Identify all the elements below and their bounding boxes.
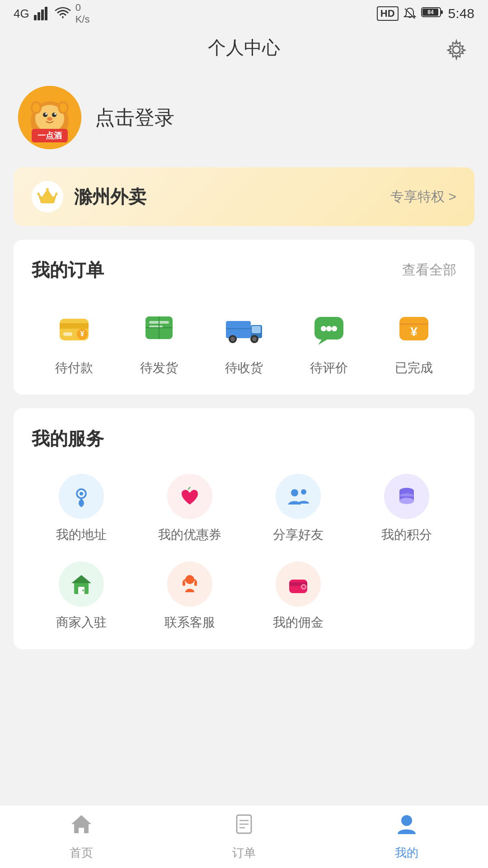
- svg-point-55: [80, 492, 83, 495]
- coupon-icon: [167, 474, 212, 519]
- hd-badge: HD: [377, 6, 399, 21]
- service-points[interactable]: 我的积分: [357, 474, 456, 543]
- battery-level: 84: [421, 6, 444, 21]
- orders-nav-icon: [232, 812, 256, 841]
- vip-privilege-text: 专享特权: [390, 188, 445, 206]
- pending-ship-icon: [136, 305, 182, 350]
- svg-point-56: [291, 489, 298, 496]
- points-label: 我的积分: [381, 526, 432, 543]
- commission-label: 我的佣金: [273, 614, 324, 631]
- service-address[interactable]: 我的地址: [32, 474, 131, 543]
- svg-point-66: [82, 590, 84, 591]
- svg-point-42: [230, 337, 235, 341]
- signal-4g: 4G: [14, 7, 29, 21]
- status-right: HD 84 5:48: [377, 6, 474, 21]
- orders-title: 我的订单: [32, 258, 104, 283]
- bottom-nav: 首页 订单 我的: [0, 805, 488, 868]
- pending-payment-label: 待付款: [55, 359, 93, 377]
- svg-point-9: [453, 46, 460, 53]
- orders-card: 我的订单 查看全部 ¥ 待付款: [14, 240, 474, 395]
- services-title: 我的服务: [32, 426, 104, 451]
- svg-rect-68: [183, 581, 185, 586]
- orders-grid: ¥ 待付款 待发货: [32, 305, 456, 377]
- completed-label: 已完成: [395, 359, 433, 377]
- commission-icon: [276, 561, 321, 607]
- pending-ship-label: 待发货: [140, 359, 178, 377]
- pending-payment-icon: ¥: [52, 305, 97, 350]
- svg-rect-40: [252, 326, 261, 333]
- page-header: 个人中心: [0, 27, 488, 72]
- service-commission[interactable]: 我的佣金: [249, 561, 348, 631]
- orders-header: 我的订单 查看全部: [32, 258, 456, 283]
- order-pending-review[interactable]: 待评价: [306, 305, 352, 377]
- svg-point-48: [326, 326, 332, 331]
- avatar[interactable]: 一点酒: [18, 86, 81, 149]
- svg-text:84: 84: [427, 9, 434, 15]
- nav-home-label: 首页: [70, 845, 93, 861]
- svg-point-62: [399, 498, 414, 504]
- bell-icon: [403, 7, 417, 20]
- svg-point-79: [401, 815, 412, 826]
- svg-rect-38: [226, 321, 251, 338]
- nav-profile[interactable]: 我的: [325, 805, 488, 868]
- gear-icon: [445, 38, 468, 61]
- order-pending-payment[interactable]: ¥ 待付款: [52, 305, 97, 377]
- time: 5:48: [448, 6, 474, 21]
- svg-rect-30: [63, 332, 72, 336]
- points-icon: [384, 474, 429, 519]
- coupon-label: 我的优惠券: [158, 526, 221, 543]
- data-speed: 0K/s: [75, 2, 90, 25]
- svg-marker-64: [71, 575, 91, 583]
- address-label: 我的地址: [56, 526, 107, 543]
- login-text[interactable]: 点击登录: [95, 104, 174, 131]
- pending-receive-label: 待收货: [225, 359, 263, 377]
- service-share[interactable]: 分享好友: [249, 474, 348, 543]
- signal-icon: [34, 7, 50, 20]
- svg-text:¥: ¥: [410, 325, 418, 339]
- wifi-icon: [55, 7, 71, 20]
- services-row1: 我的地址 我的优惠券: [32, 474, 456, 543]
- svg-point-49: [332, 326, 337, 331]
- completed-icon: ¥: [391, 305, 436, 350]
- svg-rect-29: [60, 323, 89, 329]
- vip-left: 滁州外卖: [32, 181, 146, 212]
- status-left: 4G 0K/s: [14, 2, 89, 25]
- pending-review-icon: [306, 305, 352, 350]
- profile-nav-icon: [395, 812, 418, 841]
- svg-point-20: [33, 103, 40, 112]
- settings-button[interactable]: [443, 36, 470, 63]
- order-completed[interactable]: ¥ 已完成: [391, 305, 436, 377]
- vip-banner[interactable]: 滁州外卖 专享特权 >: [14, 167, 474, 226]
- services-card: 我的服务 我的地址 我的优惠券: [14, 408, 474, 649]
- svg-marker-50: [318, 340, 327, 345]
- status-bar: 4G 0K/s HD 84 5:: [0, 0, 488, 27]
- svg-rect-69: [194, 581, 197, 586]
- pending-review-label: 待评价: [310, 359, 348, 377]
- service-merchant[interactable]: 商家入驻: [32, 561, 131, 631]
- home-icon: [70, 812, 93, 841]
- merchant-icon: [59, 561, 104, 607]
- svg-rect-2: [41, 9, 44, 20]
- service-coupon[interactable]: 我的优惠券: [140, 474, 239, 543]
- view-all-button[interactable]: 查看全部: [402, 261, 456, 279]
- nav-orders[interactable]: 订单: [163, 805, 325, 868]
- svg-text:一点酒: 一点酒: [38, 131, 62, 140]
- svg-point-73: [302, 585, 305, 588]
- svg-point-15: [45, 113, 47, 115]
- vip-chevron: >: [448, 189, 456, 204]
- vip-crown-icon: [32, 181, 63, 212]
- svg-point-16: [54, 113, 56, 115]
- order-pending-receive[interactable]: 待收货: [221, 305, 267, 377]
- svg-point-47: [321, 326, 326, 331]
- share-label: 分享好友: [273, 526, 324, 543]
- svg-rect-1: [38, 12, 40, 20]
- svg-point-57: [301, 489, 306, 495]
- nav-home[interactable]: 首页: [0, 805, 163, 868]
- vip-privilege[interactable]: 专享特权 >: [390, 188, 456, 206]
- order-pending-ship[interactable]: 待发货: [136, 305, 182, 377]
- svg-point-14: [52, 113, 56, 117]
- pending-receive-icon: [221, 305, 267, 350]
- svg-point-44: [252, 337, 257, 341]
- service-customer-service[interactable]: 联系客服: [140, 561, 239, 631]
- svg-point-25: [46, 188, 49, 191]
